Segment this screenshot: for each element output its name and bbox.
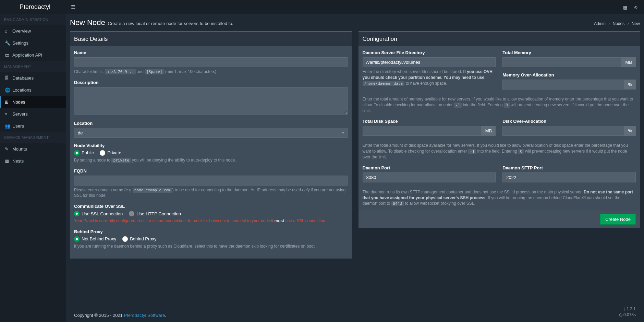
sidebar-item-label: Users xyxy=(12,123,24,129)
sitemap-icon: ⊞ xyxy=(5,99,12,105)
ssl-warning: Your Panel is currently configured to us… xyxy=(74,218,348,224)
memory-input[interactable] xyxy=(502,57,621,67)
sidebar-item-label: Settings xyxy=(12,40,28,46)
code-branch-icon: ᚱ xyxy=(623,307,625,311)
description-label: Description xyxy=(74,80,348,85)
sidebar-item-label: Mounts xyxy=(12,146,27,152)
disk-help: Enter the total amount of disk space ava… xyxy=(363,143,636,160)
users-icon: 👥 xyxy=(5,123,12,129)
sftp-port-label: Daemon SFTP Port xyxy=(502,165,636,170)
logout-icon[interactable]: ⎋ xyxy=(634,4,637,10)
sidebar-item-label: Application API xyxy=(12,52,42,58)
radio-label: Not Behind Proxy xyxy=(82,236,116,241)
radio-label: Use HTTP Connection xyxy=(136,211,181,216)
mem-over-input[interactable] xyxy=(502,80,624,90)
memory-unit: MB xyxy=(622,57,636,67)
radio-icon xyxy=(74,236,80,242)
sidebar-item-label: Nests xyxy=(12,158,24,164)
daemon-port-label: Daemon Port xyxy=(363,165,496,170)
memory-help: Enter the total amount of memory availab… xyxy=(363,96,636,114)
ssl-label: Communicate Over SSL xyxy=(74,204,348,209)
memory-label: Total Memory xyxy=(502,50,636,55)
name-input[interactable] xyxy=(74,57,348,67)
sidebar-item-nests[interactable]: ▦ Nests xyxy=(0,155,66,167)
panel-title-config: Configuration xyxy=(359,32,640,46)
fqdn-label: FQDN xyxy=(74,168,348,174)
footer-time: ◷ 0.078s xyxy=(619,312,636,318)
proxy-yes-radio[interactable]: Behind Proxy xyxy=(122,236,156,242)
fqdn-input[interactable] xyxy=(74,176,348,186)
name-label: Name xyxy=(74,50,348,55)
clock-icon: ◷ xyxy=(619,312,622,317)
sidebar-item-label: Overview xyxy=(12,28,31,34)
description-textarea[interactable] xyxy=(74,87,348,115)
home-icon: ⌂ xyxy=(5,28,12,34)
daemon-dir-help: Enter the directory where server files s… xyxy=(363,69,496,86)
magic-icon: ✎ xyxy=(5,146,12,152)
proxy-help: If you are running the daemon behind a p… xyxy=(74,243,348,249)
sidebar-section-basic: BASIC ADMINISTRATION xyxy=(0,14,66,25)
sidebar-item-label: Locations xyxy=(12,87,32,93)
sidebar-item-overview[interactable]: ⌂ Overview xyxy=(0,25,66,37)
sidebar-item-databases[interactable]: 🗄 Databases xyxy=(0,72,66,84)
gamepad-icon: ꝏ xyxy=(5,52,12,58)
sidebar-item-users[interactable]: 👥 Users xyxy=(0,120,66,132)
dashboard-icon[interactable]: ▦ xyxy=(623,4,628,10)
breadcrumb: Admin › Nodes › New xyxy=(594,21,640,26)
sidebar: BASIC ADMINISTRATION ⌂ Overview 🔧 Settin… xyxy=(0,14,66,322)
visibility-private-radio[interactable]: Private xyxy=(100,150,121,156)
mem-over-unit: % xyxy=(624,80,636,90)
name-help: Character limits: a-zA-Z0-9_.- and [Spac… xyxy=(74,69,348,75)
location-label: Location xyxy=(74,121,348,126)
sftp-help: The daemon runs its own SFTP management … xyxy=(363,189,636,206)
disk-input[interactable] xyxy=(363,126,482,136)
proxy-not-radio[interactable]: Not Behind Proxy xyxy=(74,236,116,242)
footer-link[interactable]: Pterodactyl Software xyxy=(124,313,165,318)
sidebar-item-mounts[interactable]: ✎ Mounts xyxy=(0,143,66,155)
sftp-port-input[interactable] xyxy=(502,172,636,182)
proxy-label: Behind Proxy xyxy=(74,229,348,234)
disk-over-input[interactable] xyxy=(502,126,624,136)
sidebar-section-svc: SERVICE MANAGEMENT xyxy=(0,132,66,143)
sidebar-item-locations[interactable]: 🌐 Locations xyxy=(0,84,66,96)
sidebar-item-label: Servers xyxy=(12,111,28,117)
wrench-icon: 🔧 xyxy=(5,40,12,46)
location-select[interactable]: de xyxy=(74,128,348,138)
visibility-help: By setting a node to private you will be… xyxy=(74,157,348,163)
daemon-dir-input[interactable] xyxy=(363,57,496,67)
chevron-right-icon: › xyxy=(608,21,610,26)
page-title: New Node xyxy=(70,18,105,27)
mem-over-label: Memory Over-Allocation xyxy=(502,72,636,77)
breadcrumb-nodes[interactable]: Nodes xyxy=(613,21,625,26)
daemon-port-input[interactable] xyxy=(363,172,496,182)
sidebar-item-servers[interactable]: ≡ Servers xyxy=(0,108,66,120)
database-icon: 🗄 xyxy=(5,75,12,81)
panel-title-basic: Basic Details xyxy=(70,32,352,46)
page-subtitle: Create a new local or remote node for se… xyxy=(108,21,233,26)
ssl-use-ssl-radio[interactable]: Use SSL Connection xyxy=(74,211,123,216)
logo[interactable]: Pterodactyl xyxy=(0,3,66,11)
radio-label: Public xyxy=(82,150,94,155)
menu-toggle-icon[interactable]: ☰ xyxy=(66,4,75,10)
radio-icon xyxy=(74,150,80,156)
daemon-dir-label: Daemon Server File Directory xyxy=(363,50,496,55)
sidebar-item-nodes[interactable]: ⊞ Nodes xyxy=(0,96,66,108)
radio-label: Private xyxy=(107,150,121,155)
breadcrumb-admin[interactable]: Admin xyxy=(594,21,606,26)
disk-unit: MB xyxy=(482,126,496,136)
server-icon: ≡ xyxy=(5,111,12,117)
create-node-button[interactable]: Create Node xyxy=(600,214,636,225)
ssl-use-http-radio[interactable]: Use HTTP Connection xyxy=(129,211,181,216)
radio-icon xyxy=(100,150,105,156)
radio-icon xyxy=(74,211,80,216)
sidebar-item-label: Nodes xyxy=(12,99,25,105)
footer-version: ᚱ 1.3.1 xyxy=(619,306,636,312)
visibility-public-radio[interactable]: Public xyxy=(74,150,94,156)
disk-over-unit: % xyxy=(624,126,636,136)
radio-icon xyxy=(122,236,128,242)
sidebar-item-api[interactable]: ꝏ Application API xyxy=(0,49,66,61)
sidebar-item-settings[interactable]: 🔧 Settings xyxy=(0,37,66,49)
sidebar-item-label: Databases xyxy=(12,75,34,81)
fqdn-help: Please enter domain name (e.g node.examp… xyxy=(74,187,348,199)
disk-label: Total Disk Space xyxy=(363,119,496,124)
